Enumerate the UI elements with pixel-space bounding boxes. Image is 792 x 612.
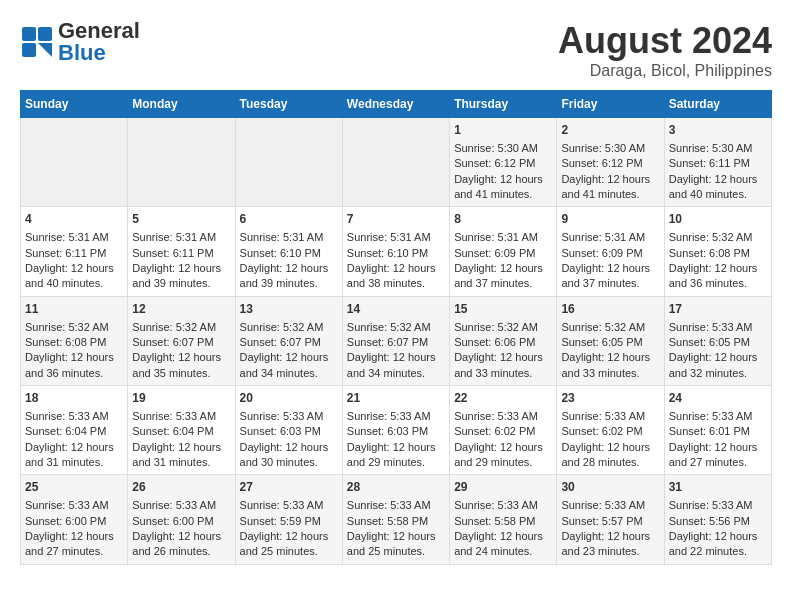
- calendar-cell: [342, 118, 449, 207]
- day-info: Daylight: 12 hours: [454, 440, 552, 455]
- calendar-cell: 3Sunrise: 5:30 AMSunset: 6:11 PMDaylight…: [664, 118, 771, 207]
- day-number: 15: [454, 301, 552, 318]
- day-info: Sunset: 6:05 PM: [669, 335, 767, 350]
- day-info: and 31 minutes.: [25, 455, 123, 470]
- svg-marker-3: [38, 43, 52, 57]
- day-info: Daylight: 12 hours: [132, 529, 230, 544]
- day-info: Sunrise: 5:33 AM: [240, 498, 338, 513]
- calendar-cell: 8Sunrise: 5:31 AMSunset: 6:09 PMDaylight…: [450, 207, 557, 296]
- day-info: Daylight: 12 hours: [347, 261, 445, 276]
- day-number: 16: [561, 301, 659, 318]
- calendar-cell: 15Sunrise: 5:32 AMSunset: 6:06 PMDayligh…: [450, 296, 557, 385]
- day-info: Sunrise: 5:32 AM: [454, 320, 552, 335]
- day-number: 19: [132, 390, 230, 407]
- calendar-cell: 7Sunrise: 5:31 AMSunset: 6:10 PMDaylight…: [342, 207, 449, 296]
- day-info: Daylight: 12 hours: [561, 261, 659, 276]
- day-info: Sunrise: 5:32 AM: [25, 320, 123, 335]
- day-info: Daylight: 12 hours: [25, 261, 123, 276]
- day-number: 13: [240, 301, 338, 318]
- calendar-cell: 23Sunrise: 5:33 AMSunset: 6:02 PMDayligh…: [557, 386, 664, 475]
- day-number: 7: [347, 211, 445, 228]
- day-info: Daylight: 12 hours: [669, 261, 767, 276]
- day-number: 12: [132, 301, 230, 318]
- calendar-cell: 26Sunrise: 5:33 AMSunset: 6:00 PMDayligh…: [128, 475, 235, 564]
- day-info: Daylight: 12 hours: [240, 350, 338, 365]
- calendar-cell: 4Sunrise: 5:31 AMSunset: 6:11 PMDaylight…: [21, 207, 128, 296]
- day-number: 2: [561, 122, 659, 139]
- day-info: and 30 minutes.: [240, 455, 338, 470]
- day-info: and 40 minutes.: [669, 187, 767, 202]
- day-number: 30: [561, 479, 659, 496]
- day-info: Daylight: 12 hours: [240, 440, 338, 455]
- title-block: August 2024 Daraga, Bicol, Philippines: [558, 20, 772, 80]
- calendar-subtitle: Daraga, Bicol, Philippines: [558, 62, 772, 80]
- day-info: and 24 minutes.: [454, 544, 552, 559]
- calendar-week-row: 18Sunrise: 5:33 AMSunset: 6:04 PMDayligh…: [21, 386, 772, 475]
- day-info: Sunset: 6:03 PM: [240, 424, 338, 439]
- day-info: Sunrise: 5:33 AM: [240, 409, 338, 424]
- day-info: Daylight: 12 hours: [669, 172, 767, 187]
- day-info: and 40 minutes.: [25, 276, 123, 291]
- weekday-header: Tuesday: [235, 91, 342, 118]
- day-info: Sunset: 6:02 PM: [454, 424, 552, 439]
- day-info: Sunrise: 5:31 AM: [132, 230, 230, 245]
- weekday-header: Friday: [557, 91, 664, 118]
- calendar-cell: 29Sunrise: 5:33 AMSunset: 5:58 PMDayligh…: [450, 475, 557, 564]
- calendar-cell: 16Sunrise: 5:32 AMSunset: 6:05 PMDayligh…: [557, 296, 664, 385]
- day-info: Sunrise: 5:33 AM: [132, 409, 230, 424]
- day-number: 31: [669, 479, 767, 496]
- day-number: 5: [132, 211, 230, 228]
- day-info: Daylight: 12 hours: [561, 350, 659, 365]
- day-info: and 37 minutes.: [561, 276, 659, 291]
- day-number: 29: [454, 479, 552, 496]
- day-info: and 25 minutes.: [240, 544, 338, 559]
- calendar-cell: 19Sunrise: 5:33 AMSunset: 6:04 PMDayligh…: [128, 386, 235, 475]
- day-info: Sunrise: 5:33 AM: [347, 498, 445, 513]
- day-info: Sunset: 6:06 PM: [454, 335, 552, 350]
- day-info: Sunrise: 5:32 AM: [132, 320, 230, 335]
- day-info: Sunset: 6:00 PM: [132, 514, 230, 529]
- day-info: Sunrise: 5:33 AM: [132, 498, 230, 513]
- day-info: Daylight: 12 hours: [454, 261, 552, 276]
- day-number: 1: [454, 122, 552, 139]
- day-info: Sunset: 6:11 PM: [132, 246, 230, 261]
- day-info: and 22 minutes.: [669, 544, 767, 559]
- day-info: Sunrise: 5:30 AM: [561, 141, 659, 156]
- calendar-cell: 10Sunrise: 5:32 AMSunset: 6:08 PMDayligh…: [664, 207, 771, 296]
- calendar-cell: 22Sunrise: 5:33 AMSunset: 6:02 PMDayligh…: [450, 386, 557, 475]
- day-number: 28: [347, 479, 445, 496]
- day-info: and 36 minutes.: [25, 366, 123, 381]
- day-number: 24: [669, 390, 767, 407]
- day-number: 10: [669, 211, 767, 228]
- day-info: Daylight: 12 hours: [132, 440, 230, 455]
- day-info: Sunrise: 5:31 AM: [240, 230, 338, 245]
- day-info: and 29 minutes.: [454, 455, 552, 470]
- calendar-cell: 6Sunrise: 5:31 AMSunset: 6:10 PMDaylight…: [235, 207, 342, 296]
- weekday-header: Wednesday: [342, 91, 449, 118]
- day-number: 6: [240, 211, 338, 228]
- day-info: Daylight: 12 hours: [25, 529, 123, 544]
- day-info: and 26 minutes.: [132, 544, 230, 559]
- day-number: 11: [25, 301, 123, 318]
- day-info: and 34 minutes.: [240, 366, 338, 381]
- weekday-header: Sunday: [21, 91, 128, 118]
- day-number: 18: [25, 390, 123, 407]
- day-info: Sunrise: 5:31 AM: [347, 230, 445, 245]
- day-info: Sunrise: 5:32 AM: [240, 320, 338, 335]
- day-number: 22: [454, 390, 552, 407]
- day-info: Sunset: 6:08 PM: [25, 335, 123, 350]
- day-info: and 34 minutes.: [347, 366, 445, 381]
- calendar-cell: 24Sunrise: 5:33 AMSunset: 6:01 PMDayligh…: [664, 386, 771, 475]
- calendar-cell: [128, 118, 235, 207]
- day-info: and 27 minutes.: [669, 455, 767, 470]
- day-info: Sunset: 5:57 PM: [561, 514, 659, 529]
- day-info: Daylight: 12 hours: [561, 172, 659, 187]
- day-info: and 33 minutes.: [561, 366, 659, 381]
- day-info: and 29 minutes.: [347, 455, 445, 470]
- weekday-header: Saturday: [664, 91, 771, 118]
- day-number: 4: [25, 211, 123, 228]
- day-info: and 32 minutes.: [669, 366, 767, 381]
- day-info: Sunrise: 5:31 AM: [25, 230, 123, 245]
- day-info: Daylight: 12 hours: [347, 350, 445, 365]
- svg-rect-2: [22, 43, 36, 57]
